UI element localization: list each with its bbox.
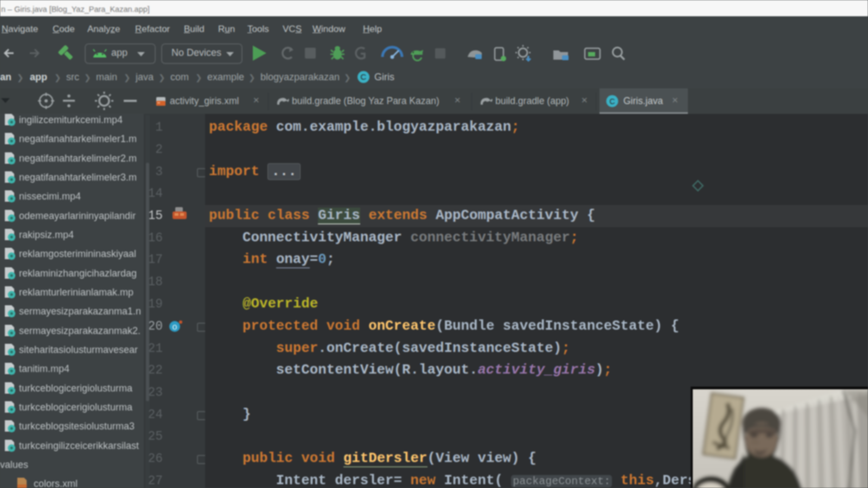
svg-text:C: C [361,72,367,81]
svg-text:C: C [609,97,615,106]
svg-text:o: o [172,323,177,332]
